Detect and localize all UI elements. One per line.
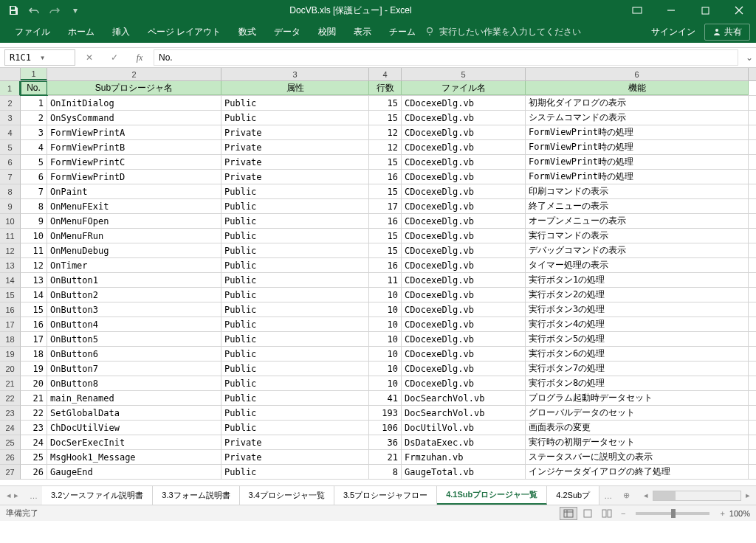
zoom-out-button[interactable]: − (621, 509, 625, 518)
row-header[interactable]: 16 (0, 302, 21, 317)
ribbon-tab[interactable]: ホーム (59, 21, 103, 43)
scroll-right-icon[interactable]: ▸ (746, 491, 750, 500)
table-cell[interactable]: 22 (21, 406, 47, 420)
table-cell[interactable]: FormViewPrintD (47, 170, 221, 184)
row-header[interactable]: 24 (0, 421, 21, 435)
table-cell[interactable]: Public (221, 258, 369, 272)
table-cell[interactable]: 17 (21, 332, 47, 346)
ribbon-tab[interactable]: ファイル (6, 21, 59, 43)
horizontal-scrollbar[interactable] (653, 491, 741, 501)
table-cell[interactable]: 15 (369, 111, 402, 125)
table-cell[interactable]: CDocexeDlg.vb (402, 170, 526, 184)
grid-cells[interactable]: No.Subプロシージャ名属性行数ファイル名機能1OnInitDialogPub… (21, 81, 756, 480)
table-cell[interactable]: FormViewPrintB (47, 140, 221, 154)
table-cell[interactable]: OnButton3 (47, 302, 221, 317)
table-cell[interactable]: FormViewPrint時の処理 (526, 170, 749, 184)
row-header[interactable]: 1 (0, 81, 21, 96)
table-cell[interactable]: Private (221, 140, 369, 154)
table-header-cell[interactable]: ファイル名 (402, 81, 526, 95)
table-cell[interactable]: 16 (369, 214, 402, 228)
qat-dropdown-icon[interactable]: ▾ (69, 4, 81, 16)
table-cell[interactable]: CDocexeDlg.vb (402, 155, 526, 169)
table-cell[interactable]: FormViewPrintA (47, 125, 221, 139)
table-cell[interactable]: 13 (21, 273, 47, 287)
row-header[interactable]: 14 (0, 273, 21, 288)
table-cell[interactable]: 16 (369, 170, 402, 184)
table-cell[interactable]: 15 (369, 243, 402, 257)
table-cell[interactable]: Public (221, 302, 369, 317)
add-sheet-button[interactable]: ⊕ (616, 491, 636, 500)
table-cell[interactable]: プログラム起動時データセット (526, 391, 749, 405)
table-cell[interactable]: 実行ボタン6の処理 (526, 347, 749, 361)
sheet-tab[interactable]: 3.2ソースファイル説明書 (42, 486, 153, 505)
sheet-overflow-left[interactable]: … (25, 491, 42, 500)
table-cell[interactable]: FormViewPrint時の処理 (526, 140, 749, 154)
table-cell[interactable]: CDocexeDlg.vb (402, 214, 526, 228)
table-cell[interactable]: 印刷コマンドの表示 (526, 184, 749, 198)
ribbon-tab[interactable]: 挿入 (103, 21, 139, 43)
table-cell[interactable]: DocSerExecInit (47, 435, 221, 449)
row-header[interactable]: 5 (0, 140, 21, 155)
table-cell[interactable]: 実行ボタン1の処理 (526, 273, 749, 287)
ribbon-tab[interactable]: 表示 (345, 21, 380, 43)
table-cell[interactable]: Public (221, 273, 369, 287)
table-cell[interactable]: タイマー処理の表示 (526, 258, 749, 272)
row-header[interactable]: 26 (0, 450, 21, 465)
table-header-cell[interactable]: 機能 (526, 81, 749, 95)
table-header-cell[interactable]: 行数 (369, 81, 402, 95)
save-icon[interactable] (7, 4, 19, 16)
ribbon-tab[interactable]: ページ レイアウト (139, 21, 230, 43)
table-cell[interactable]: 実行ボタン4の処理 (526, 317, 749, 331)
table-cell[interactable]: CDocexeDlg.vb (402, 273, 526, 287)
table-cell[interactable]: 15 (369, 96, 402, 110)
table-cell[interactable]: 41 (369, 391, 402, 405)
table-cell[interactable]: システムコマンドの表示 (526, 111, 749, 125)
sheet-nav[interactable]: ◂ ▸ (0, 491, 25, 500)
row-header[interactable]: 15 (0, 288, 21, 302)
table-cell[interactable]: Private (221, 170, 369, 184)
table-cell[interactable]: 2 (21, 111, 47, 125)
formula-input[interactable]: No. (154, 49, 738, 66)
table-cell[interactable]: SetGlobalData (47, 406, 221, 420)
table-cell[interactable]: 8 (21, 199, 47, 213)
table-cell[interactable]: 25 (21, 450, 47, 464)
table-cell[interactable]: FormViewPrintC (47, 155, 221, 169)
table-cell[interactable]: CDocexeDlg.vb (402, 317, 526, 331)
table-cell[interactable]: 7 (21, 184, 47, 198)
table-cell[interactable]: インジケータダイアログの終了処理 (526, 465, 749, 479)
table-cell[interactable]: CDocexeDlg.vb (402, 258, 526, 272)
table-cell[interactable]: 106 (369, 421, 402, 435)
table-cell[interactable]: OnButton1 (47, 273, 221, 287)
table-cell[interactable]: CDocexeDlg.vb (402, 376, 526, 390)
row-header[interactable]: 17 (0, 317, 21, 332)
table-cell[interactable]: 実行ボタン3の処理 (526, 302, 749, 317)
table-cell[interactable]: 26 (21, 465, 47, 479)
table-cell[interactable]: OnMenuDebug (47, 243, 221, 257)
table-cell[interactable]: 10 (369, 332, 402, 346)
undo-icon[interactable] (28, 4, 40, 16)
ribbon-tab[interactable]: 数式 (230, 21, 265, 43)
table-cell[interactable]: 15 (21, 302, 47, 317)
scroll-left-icon[interactable]: ◂ (644, 491, 648, 500)
share-button[interactable]: 共有 (704, 24, 750, 41)
row-header[interactable]: 22 (0, 391, 21, 406)
row-header[interactable]: 12 (0, 243, 21, 258)
table-cell[interactable]: デバッグコマンドの表示 (526, 243, 749, 257)
normal-view-icon[interactable] (560, 507, 577, 520)
table-cell[interactable]: OnTimer (47, 258, 221, 272)
table-cell[interactable]: OnButton2 (47, 288, 221, 302)
table-cell[interactable]: 36 (369, 435, 402, 449)
row-header[interactable]: 2 (0, 96, 21, 111)
table-cell[interactable]: OnSysCommand (47, 111, 221, 125)
table-cell[interactable]: 21 (369, 450, 402, 464)
table-cell[interactable]: 6 (21, 170, 47, 184)
table-cell[interactable]: Public (221, 362, 369, 376)
table-cell[interactable]: 3 (21, 125, 47, 139)
table-cell[interactable]: Private (221, 155, 369, 169)
row-header[interactable]: 20 (0, 362, 21, 376)
table-cell[interactable]: GaugeEnd (47, 465, 221, 479)
zoom-level[interactable]: 100% (729, 509, 750, 518)
table-header-cell[interactable]: Subプロシージャ名 (47, 81, 221, 95)
ribbon-tab[interactable]: チーム (380, 21, 425, 43)
table-cell[interactable]: Public (221, 347, 369, 361)
